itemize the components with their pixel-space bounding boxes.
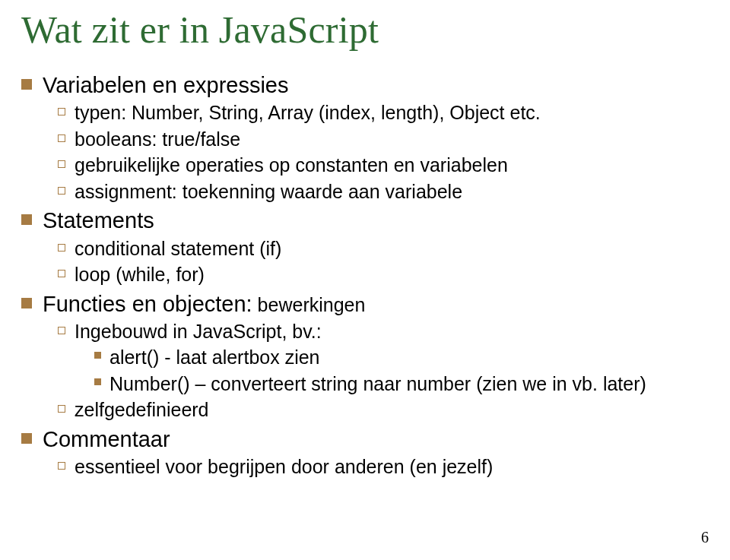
list-item: loop (while, for)	[58, 262, 709, 287]
list-item-label: Commentaar	[43, 426, 170, 453]
list-item: Functies en objecten: bewerkingen Ingebo…	[21, 290, 709, 422]
list-item: gebruikelijke operaties op constanten en…	[58, 153, 709, 178]
square-bullet-icon	[21, 214, 32, 225]
hollow-square-icon	[58, 187, 65, 195]
list-item-label: alert() - laat alertbox zien	[110, 345, 320, 370]
list-item: alert() - laat alertbox zien	[94, 345, 709, 370]
list-item: essentieel voor begrijpen door anderen (…	[58, 454, 709, 479]
list-item-label: Statements	[43, 207, 154, 234]
list-item: typen: Number, String, Array (index, len…	[58, 100, 709, 125]
list-item-label: assignment: toekenning waarde aan variab…	[75, 179, 462, 204]
list-item: assignment: toekenning waarde aan variab…	[58, 179, 709, 204]
list-item-label: conditional statement (if)	[75, 236, 281, 261]
hollow-square-icon	[58, 134, 65, 142]
hollow-square-icon	[58, 327, 65, 334]
hollow-square-icon	[58, 405, 65, 413]
list-item: Ingebouwd in JavaScript, bv.: alert() - …	[58, 319, 709, 397]
list-item-label: typen: Number, String, Array (index, len…	[75, 100, 541, 125]
list-item-label: essentieel voor begrijpen door anderen (…	[75, 454, 493, 479]
list-item-label: booleans: true/false	[75, 127, 240, 152]
square-bullet-icon	[21, 433, 32, 444]
list-item-label: gebruikelijke operaties op constanten en…	[75, 153, 508, 178]
list-item: booleans: true/false	[58, 127, 709, 152]
hollow-square-icon	[58, 108, 65, 115]
list-item: Variabelen en expressies typen: Number, …	[21, 71, 709, 204]
list-item: Number() – converteert string naar numbe…	[94, 372, 709, 397]
list-item-label: Ingebouwd in JavaScript, bv.:	[75, 319, 322, 344]
list-item-label: loop (while, for)	[75, 262, 205, 287]
page-number: 6	[701, 529, 709, 546]
hollow-square-icon	[58, 160, 65, 168]
list-item-label: Functies en objecten: bewerkingen	[43, 290, 365, 318]
square-bullet-icon	[21, 79, 32, 90]
square-bullet-icon	[21, 298, 32, 308]
list-item-label: Variabelen en expressies	[43, 71, 289, 99]
bullet-list: Variabelen en expressies typen: Number, …	[21, 71, 709, 479]
list-item: conditional statement (if)	[58, 236, 709, 261]
list-item-label: zelfgedefinieerd	[75, 397, 209, 422]
small-square-icon	[94, 378, 101, 385]
list-item-label: Number() – converteert string naar numbe…	[110, 372, 646, 397]
page-title: Wat zit er in JavaScript	[21, 8, 709, 52]
list-item: zelfgedefinieerd	[58, 397, 709, 422]
hollow-square-icon	[58, 462, 65, 470]
hollow-square-icon	[58, 244, 65, 252]
list-item: Commentaar essentieel voor begrijpen doo…	[21, 426, 709, 479]
small-square-icon	[94, 352, 101, 359]
list-item: Statements conditional statement (if) lo…	[21, 207, 709, 286]
hollow-square-icon	[58, 270, 65, 277]
